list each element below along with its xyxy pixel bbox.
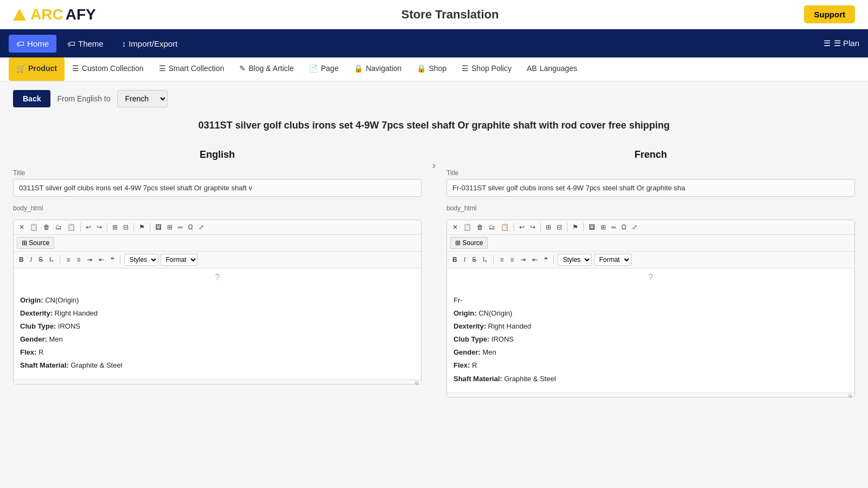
support-button[interactable]: Support [804, 5, 855, 23]
plan-icon: ☰ [824, 38, 831, 48]
fr-redo-btn[interactable]: ↪ [528, 222, 538, 232]
sub-nav-shop-policy-label: Shop Policy [471, 64, 512, 73]
sub-nav-page-label: Page [321, 64, 339, 73]
nav-item-import-export[interactable]: ↕ Import/Export [114, 35, 186, 53]
english-editor-resize[interactable]: ⟱ [14, 380, 421, 384]
fr-subscript-btn[interactable]: Iₓ [481, 255, 489, 265]
fr-fullscreen-btn[interactable]: ⤢ [630, 222, 640, 232]
nav-home-label: Home [27, 39, 49, 48]
format-select[interactable]: Format [161, 254, 198, 266]
fr-paste-btn[interactable]: 🗑 [475, 222, 486, 232]
english-toolbar-format: B I S Iₓ ≡ ≡ ⇥ ⇤ ❝ Styles Format [14, 252, 421, 268]
indent-btn[interactable]: ⇥ [85, 255, 94, 265]
fr-indent-btn[interactable]: ⇥ [518, 255, 528, 265]
undo-btn[interactable]: ↩ [84, 222, 93, 232]
english-editor-question: ? [14, 268, 421, 287]
fr-link-btn[interactable]: ⊞ [544, 222, 553, 232]
link-btn[interactable]: ⊞ [110, 222, 120, 232]
fr-dexterity-line: Dexterity: Right Handed [454, 320, 848, 332]
ul-btn[interactable]: ≡ [74, 255, 82, 265]
plan-label: ☰ Plan [834, 38, 859, 48]
sub-nav-shop-policy[interactable]: ☰ Shop Policy [454, 57, 519, 81]
source-btn[interactable]: ⊞ Source [17, 237, 54, 249]
copy-btn[interactable]: 📋 [28, 222, 40, 232]
italic-btn[interactable]: I [28, 255, 34, 265]
fullscreen-btn[interactable]: ⤢ [196, 222, 206, 232]
sub-nav-shop[interactable]: 🔒 Shop [409, 57, 454, 81]
shop-policy-icon: ☰ [462, 64, 469, 73]
fr-blockquote-btn[interactable]: ❝ [542, 255, 550, 265]
toolbar-sep2 [107, 223, 107, 232]
fr-special-char-btn[interactable]: Ω [620, 222, 629, 232]
ol-btn[interactable]: ≡ [64, 255, 72, 265]
paste-plain-btn[interactable]: 🗂 [53, 222, 64, 232]
fr-unlink-btn[interactable]: ⊟ [554, 222, 564, 232]
english-editor-content[interactable]: Origin: CN(Origin) Dexterity: Right Hand… [14, 287, 421, 380]
sub-nav-blog-article[interactable]: ✎ Blog & Article [232, 57, 301, 81]
english-header: English [13, 149, 422, 160]
fr-copy-btn[interactable]: 📋 [461, 222, 474, 232]
french-title-field: Title [446, 169, 855, 197]
fr-flag-btn[interactable]: ⚑ [570, 222, 580, 232]
nav-item-theme[interactable]: 🏷 Theme [60, 35, 111, 53]
unlink-btn[interactable]: ⊟ [121, 222, 131, 232]
french-title-input[interactable] [446, 179, 855, 197]
fr-outdent-btn[interactable]: ⇤ [530, 255, 540, 265]
blog-article-icon: ✎ [239, 64, 246, 73]
english-title-input[interactable] [13, 179, 422, 197]
paste-btn[interactable]: 🗑 [41, 222, 52, 232]
table-btn[interactable]: ⊞ [165, 222, 175, 232]
fr-bold-btn[interactable]: B [450, 255, 459, 265]
fr-source-btn[interactable]: ⊞ Source [450, 237, 488, 249]
nav-item-home[interactable]: 🏷 Home [9, 35, 56, 53]
blockquote-btn[interactable]: ❝ [108, 255, 116, 265]
plan-button[interactable]: ☰ ☰ Plan [824, 38, 859, 48]
fr-prefix-line: Fr- [454, 294, 848, 306]
image-btn[interactable]: 🖼 [153, 222, 164, 232]
fr-cut-btn[interactable]: ✕ [450, 222, 460, 232]
sub-nav-navigation[interactable]: 🔒 Navigation [346, 57, 409, 81]
fr-paste-plain-btn[interactable]: 🗂 [487, 222, 497, 232]
hr-btn[interactable]: ═ [176, 222, 185, 232]
sub-nav-custom-collection[interactable]: ☰ Custom Collection [65, 57, 151, 81]
fr-ul-btn[interactable]: ≡ [508, 255, 516, 265]
nav-importexport-label: Import/Export [129, 39, 177, 48]
fr-paste-word-btn[interactable]: 📋 [499, 222, 511, 232]
nav-theme-label: Theme [78, 39, 104, 48]
fr-image-btn[interactable]: 🖼 [586, 222, 597, 232]
sub-nav-page[interactable]: 📄 Page [301, 57, 346, 81]
bold-btn[interactable]: B [17, 255, 26, 265]
fr-ol-btn[interactable]: ≡ [497, 255, 506, 265]
language-select[interactable]: French Spanish German Italian [117, 90, 168, 107]
fr-styles-select[interactable]: Styles [558, 254, 592, 266]
fr-shaft-line: Shaft Material: Graphite & Steel [454, 373, 848, 385]
fr-undo-btn[interactable]: ↩ [517, 222, 527, 232]
english-toolbar-top: ✕ 📋 🗑 🗂 📋 ↩ ↪ ⊞ ⊟ ⚑ 🖼 ⊞ ═ [14, 220, 421, 235]
back-button[interactable]: Back [13, 90, 50, 107]
paste-word-btn[interactable]: 📋 [65, 222, 78, 232]
redo-btn[interactable]: ↪ [94, 222, 104, 232]
sub-nav-languages[interactable]: AB Languages [519, 57, 585, 81]
fr-table-btn[interactable]: ⊞ [598, 222, 608, 232]
french-editor-resize[interactable]: ⟱ [447, 393, 854, 397]
fr-toolbar-sep2 [540, 223, 541, 232]
fr-toolbar-sep3 [567, 223, 567, 232]
french-editor-content[interactable]: Fr- Origin: CN(Origin) Dexterity: Right … [447, 287, 854, 393]
fr-strikethrough-btn[interactable]: S [470, 255, 478, 265]
strikethrough-btn[interactable]: S [36, 255, 45, 265]
sub-nav-smart-collection[interactable]: ☰ Smart Collection [151, 57, 232, 81]
fr-italic-btn[interactable]: I [462, 255, 468, 265]
outdent-btn[interactable]: ⇤ [97, 255, 106, 265]
main-nav: 🏷 Home 🏷 Theme ↕ Import/Export ☰ ☰ Plan [0, 29, 868, 57]
arrow-divider: › [432, 149, 436, 171]
subscript-btn[interactable]: Iₓ [47, 255, 56, 265]
sub-nav-product[interactable]: 🛒 Product [9, 57, 65, 81]
shop-icon: 🔒 [417, 64, 426, 73]
fr-hr-btn[interactable]: ═ [609, 222, 618, 232]
toolbar-sep1 [80, 223, 81, 232]
special-char-btn[interactable]: Ω [186, 222, 195, 232]
flag-btn[interactable]: ⚑ [137, 222, 147, 232]
cut-btn[interactable]: ✕ [17, 222, 27, 232]
fr-format-select[interactable]: Format [594, 254, 631, 266]
styles-select[interactable]: Styles [124, 254, 158, 266]
